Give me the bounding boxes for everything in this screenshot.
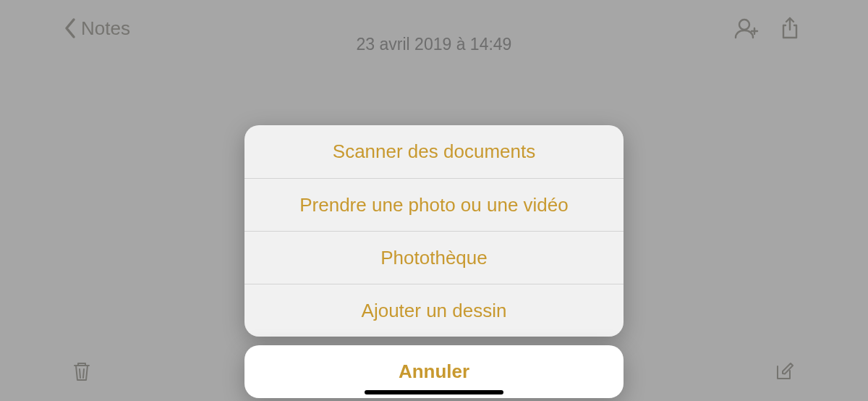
svg-line-4 (80, 369, 80, 378)
svg-line-5 (83, 369, 84, 378)
action-sheet-options: Scanner des documents Prendre une photo … (244, 125, 624, 337)
note-timestamp: 23 avril 2019 à 14:49 (0, 35, 868, 54)
delete-button[interactable] (72, 360, 91, 386)
home-indicator[interactable] (365, 390, 503, 394)
option-take-photo-video[interactable]: Prendre une photo ou une vidéo (244, 178, 624, 231)
compose-button[interactable] (774, 360, 796, 385)
option-label: Scanner des documents (333, 140, 535, 163)
option-scan-documents[interactable]: Scanner des documents (244, 125, 624, 178)
compose-icon (774, 360, 796, 382)
notes-screen: Notes 23 avril 2019 à 14:49 (0, 0, 868, 401)
trash-icon (72, 360, 91, 383)
option-photo-library[interactable]: Photothèque (244, 231, 624, 284)
option-label: Ajouter un dessin (362, 300, 507, 322)
option-label: Prendre une photo ou une vidéo (299, 194, 569, 216)
option-label: Photothèque (380, 247, 487, 269)
action-sheet: Scanner des documents Prendre une photo … (244, 125, 624, 398)
option-add-sketch[interactable]: Ajouter un dessin (244, 284, 624, 337)
svg-point-0 (739, 20, 749, 30)
cancel-label: Annuler (399, 360, 469, 383)
